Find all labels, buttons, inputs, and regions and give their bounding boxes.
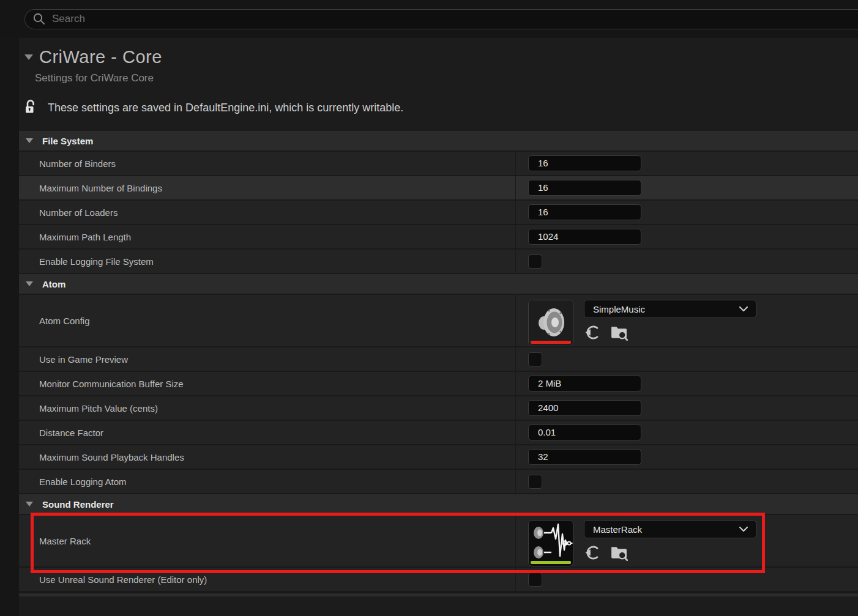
row-label: Use in Game Preview (19, 347, 516, 371)
maximum-path-length-input[interactable]: 1024 (528, 229, 641, 245)
use-selected-asset-icon[interactable] (584, 543, 602, 562)
monitor-communication-buffer-size-input[interactable]: 2 MiB (528, 376, 641, 391)
asset-status-underline (531, 561, 571, 564)
row-label: Distance Factor (19, 421, 516, 444)
atom-config-dropdown[interactable]: SimpleMusic (584, 300, 756, 318)
left-margin-strip (0, 38, 19, 616)
maximum-pitch-value-input[interactable]: 2400 (528, 400, 641, 416)
section-header-sound-renderer[interactable]: Sound Renderer (19, 494, 858, 515)
number-of-binders-input[interactable]: 16 (528, 155, 641, 171)
browse-to-asset-icon[interactable] (610, 543, 628, 562)
row-label: Use Unreal Sound Renderer (Editor only) (19, 568, 516, 591)
chevron-down-icon (739, 524, 748, 535)
row-label: Monitor Communication Buffer Size (19, 372, 516, 395)
section-header-atom[interactable]: Atom (19, 274, 858, 295)
dropdown-selected-value: MasterRack (593, 524, 642, 535)
table-row: Number of Binders 16 (19, 152, 858, 176)
section-header-file-system[interactable]: File System (19, 131, 858, 152)
search-icon (32, 12, 46, 26)
chevron-down-icon (739, 303, 748, 314)
page-title: CriWare - Core (39, 47, 162, 67)
search-box[interactable] (24, 9, 858, 29)
page-subtitle: Settings for CriWare Core (35, 72, 858, 84)
table-row: Master Rack (19, 515, 858, 568)
next-section-partial (19, 592, 858, 596)
table-row: Monitor Communication Buffer Size 2 MiB (19, 372, 858, 396)
table-row: Maximum Path Length 1024 (19, 225, 858, 250)
table-row: Enable Logging Atom (19, 470, 858, 494)
caret-down-icon (26, 138, 33, 143)
row-label: Maximum Pitch Value (cents) (19, 396, 516, 420)
table-row: Use Unreal Sound Renderer (Editor only) (19, 568, 858, 592)
enable-logging-file-system-checkbox[interactable] (528, 254, 542, 269)
search-input[interactable] (52, 13, 858, 25)
master-rack-dropdown[interactable]: MasterRack (584, 520, 756, 538)
caret-down-icon (26, 281, 33, 286)
row-label: Master Rack (19, 515, 516, 566)
speaker-asset-thumbnail[interactable] (528, 300, 573, 346)
browse-to-asset-icon[interactable] (610, 323, 628, 341)
row-label: Maximum Sound Playback Handles (19, 445, 516, 469)
section-label: File System (42, 136, 93, 146)
asset-status-underline (531, 341, 571, 344)
title-expander-caret-down-icon[interactable] (24, 54, 33, 60)
section-label: Sound Renderer (42, 499, 114, 510)
row-label: Number of Binders (19, 152, 516, 175)
table-row: Enable Logging File System (19, 250, 858, 274)
maximum-sound-playback-handles-input[interactable]: 32 (528, 449, 641, 465)
table-row: Maximum Pitch Value (cents) 2400 (19, 396, 858, 421)
toolbar (0, 0, 858, 38)
distance-factor-input[interactable]: 0.01 (528, 425, 641, 440)
use-in-game-preview-checkbox[interactable] (528, 352, 542, 366)
row-label: Maximum Path Length (19, 225, 516, 248)
table-row: Distance Factor 0.01 (19, 421, 858, 445)
row-label: Enable Logging File System (19, 250, 516, 273)
table-row: Maximum Number of Bindings 16 (19, 176, 858, 201)
row-label: Maximum Number of Bindings (19, 176, 516, 199)
unlock-icon (24, 98, 37, 117)
dropdown-selected-value: SimpleMusic (593, 304, 645, 314)
table-row: Number of Loaders 16 (19, 201, 858, 225)
table-row: Atom Config (19, 295, 858, 347)
section-label: Atom (42, 279, 65, 289)
row-label: Enable Logging Atom (19, 470, 516, 493)
writable-notice: These settings are saved in DefaultEngin… (48, 102, 403, 114)
row-label: Atom Config (19, 295, 516, 346)
number-of-loaders-input[interactable]: 16 (528, 204, 641, 220)
maximum-number-of-bindings-input[interactable]: 16 (528, 180, 641, 196)
table-row: Use in Game Preview (19, 347, 858, 372)
use-selected-asset-icon[interactable] (584, 323, 602, 341)
speaker-waveform-asset-thumbnail[interactable] (528, 520, 573, 566)
enable-logging-atom-checkbox[interactable] (528, 475, 542, 489)
caret-down-icon (26, 502, 33, 507)
row-label: Number of Loaders (19, 201, 516, 224)
table-row: Maximum Sound Playback Handles 32 (19, 445, 858, 470)
use-unreal-sound-renderer-checkbox[interactable] (528, 573, 542, 587)
